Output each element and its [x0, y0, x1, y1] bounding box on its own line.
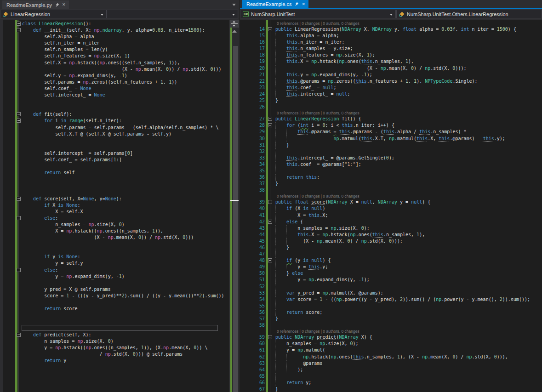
code-line[interactable]: return self: [0, 170, 230, 176]
code-line[interactable]: [0, 377, 230, 383]
code-line[interactable]: self.alpha = alpha: [0, 34, 230, 40]
code-line[interactable]: 57}: [240, 316, 542, 322]
code-line[interactable]: 17 this.n_samples = y.size;: [240, 45, 542, 52]
line-number[interactable]: 26: [248, 104, 265, 110]
code-line[interactable]: (X - np.mean(X, 0)) / np.std(X, 0))): [0, 66, 230, 73]
code-line[interactable]: class LinearRegression():: [0, 21, 230, 27]
code-line[interactable]: y = np.expand_dims(y, -1): [0, 273, 230, 280]
line-number[interactable]: 33: [248, 155, 265, 161]
code-line[interactable]: [0, 325, 230, 331]
line-number[interactable]: 64: [248, 367, 265, 373]
fold-collapse-icon[interactable]: [17, 333, 21, 337]
code-editor-csharp[interactable]: 0 references | 0 changes | 0 authors, 0 …: [240, 20, 542, 392]
code-line[interactable]: [0, 105, 230, 111]
line-number[interactable]: 25: [248, 97, 265, 104]
line-number[interactable]: 37: [248, 181, 265, 187]
line-number[interactable]: 20: [248, 65, 265, 72]
vertical-scrollbar[interactable]: [229, 20, 239, 392]
line-number[interactable]: 50: [248, 270, 265, 277]
code-line[interactable]: (X - np.mean(X, 0)) / np.std(X, 0))): [0, 234, 230, 241]
code-line[interactable]: 35: [240, 168, 542, 174]
code-line[interactable]: 29 this.@params = this.@params - (this.a…: [240, 129, 542, 135]
line-number[interactable]: 36: [248, 174, 265, 181]
code-line[interactable]: [0, 144, 230, 150]
close-icon[interactable]: ✕: [62, 3, 66, 7]
line-number[interactable]: 62: [248, 354, 265, 360]
code-line[interactable]: 65: [240, 373, 542, 380]
code-line[interactable]: [0, 383, 230, 390]
fold-collapse-icon[interactable]: [268, 220, 272, 224]
code-line[interactable]: 58: [240, 322, 542, 329]
line-number[interactable]: 44: [248, 232, 265, 238]
code-line[interactable]: 59public NDArray predict(NDArray X) {: [240, 334, 542, 341]
code-line[interactable]: 61 y = np.matmul(: [240, 347, 542, 353]
line-number[interactable]: 58: [248, 322, 265, 329]
code-line[interactable]: [0, 364, 230, 370]
fold-collapse-icon[interactable]: [17, 197, 21, 201]
line-number[interactable]: 32: [248, 148, 265, 155]
line-number[interactable]: 53: [248, 290, 265, 296]
code-line[interactable]: 20 (X - np.mean(X, 0) / np.std(X, 0)));: [240, 65, 542, 72]
line-number[interactable]: 18: [248, 52, 265, 58]
code-line[interactable]: 34 this.coef_ = @params["1:"];: [240, 161, 542, 168]
line-number[interactable]: 54: [248, 296, 265, 303]
code-line[interactable]: def __init__(self, X: np.ndarray, y, alp…: [0, 27, 230, 34]
code-line[interactable]: 51 y = np.expand_dims(y, -1);: [240, 277, 542, 283]
line-number[interactable]: 23: [248, 85, 265, 91]
pin-icon[interactable]: [54, 1, 60, 8]
code-line[interactable]: self.X.T @ (self.X @ self.params - self.…: [0, 131, 230, 137]
line-number[interactable]: 19: [248, 58, 265, 65]
code-line[interactable]: if X is None:: [0, 202, 230, 209]
codelens-row[interactable]: 0 references | 0 changes | 0 authors, 0 …: [240, 329, 542, 334]
line-number[interactable]: 21: [248, 72, 265, 78]
code-line[interactable]: 56 return score;: [240, 309, 542, 316]
line-number[interactable]: 57: [248, 316, 265, 322]
code-line[interactable]: self.X = np.hstack((np.ones((self.n_samp…: [0, 60, 230, 66]
code-line[interactable]: [0, 163, 230, 170]
codelens-text[interactable]: 0 references | 0 changes | 0 authors, 0 …: [277, 110, 359, 116]
fold-collapse-icon[interactable]: [268, 335, 272, 339]
code-line[interactable]: 53 var y_pred = np.matmul(X, @params);: [240, 290, 542, 296]
line-number[interactable]: 15: [248, 33, 265, 39]
code-line[interactable]: 21 this.y = np.expand_dims(y, -1);: [240, 72, 542, 78]
code-line[interactable]: if y is None:: [0, 254, 230, 260]
code-line[interactable]: X = np.hstack((np.ones((n_samples, 1)),: [0, 228, 230, 234]
code-line[interactable]: def fit(self):: [0, 111, 230, 118]
line-number[interactable]: 38: [248, 187, 265, 193]
code-line[interactable]: 23 this.coef_ = null;: [240, 85, 542, 91]
line-number[interactable]: 60: [248, 341, 265, 347]
code-line[interactable]: 22 this.@params = np.zeros((this.n_featu…: [240, 78, 542, 85]
pin-icon[interactable]: [293, 1, 300, 7]
code-line[interactable]: else:: [0, 267, 230, 273]
code-line[interactable]: / np.std(X, 0))) @ self.params: [0, 351, 230, 358]
code-line[interactable]: self.params = np.zeros((self.n_features …: [0, 79, 230, 85]
code-line[interactable]: X = self.X: [0, 209, 230, 215]
code-line[interactable]: 45 (X - np.mean(X, 0) / np.std(X, 0)));: [240, 238, 542, 244]
code-line[interactable]: 28 for (int i = 0; i < this.n_iter; i++)…: [240, 122, 542, 129]
line-number[interactable]: 61: [248, 347, 265, 353]
code-line[interactable]: score = 1 - (((y - y_pred)**2).sum() / (…: [0, 293, 230, 299]
code-line[interactable]: 64 );: [240, 367, 542, 373]
code-line[interactable]: n_samples = np.size(X, 0): [0, 338, 230, 345]
line-number[interactable]: 35: [248, 168, 265, 174]
code-line[interactable]: self.intercept_ = None: [0, 92, 230, 98]
code-line[interactable]: 18 this.n_features = np.size(X, 1);: [240, 52, 542, 58]
line-number[interactable]: 14: [248, 26, 265, 33]
code-line[interactable]: 44 this.X = np.hstack(np.ones(this.n_sam…: [240, 232, 542, 238]
fold-collapse-icon[interactable]: [268, 200, 272, 204]
tab-readmeexample-py[interactable]: ReadmeExample.py ✕: [2, 0, 69, 9]
line-number[interactable]: 52: [248, 284, 265, 290]
code-line[interactable]: 46 }: [240, 244, 542, 251]
code-line[interactable]: 36 return this;: [240, 174, 542, 181]
code-line[interactable]: self.params = self.params - (self.alpha/…: [0, 125, 230, 131]
code-line[interactable]: 32: [240, 148, 542, 155]
code-line[interactable]: 49 y = this.y;: [240, 264, 542, 270]
code-line[interactable]: [0, 280, 230, 286]
tab-readmeexample-cs[interactable]: ReadmeExample.cs ✕: [242, 0, 308, 8]
code-line[interactable]: 67}: [240, 386, 542, 392]
fold-collapse-icon[interactable]: [17, 28, 21, 32]
code-line[interactable]: [0, 137, 230, 144]
code-line[interactable]: self.y = np.expand_dims(y, -1): [0, 73, 230, 79]
scroll-up-arrow-icon[interactable]: [232, 30, 237, 33]
line-number[interactable]: 43: [248, 225, 265, 232]
